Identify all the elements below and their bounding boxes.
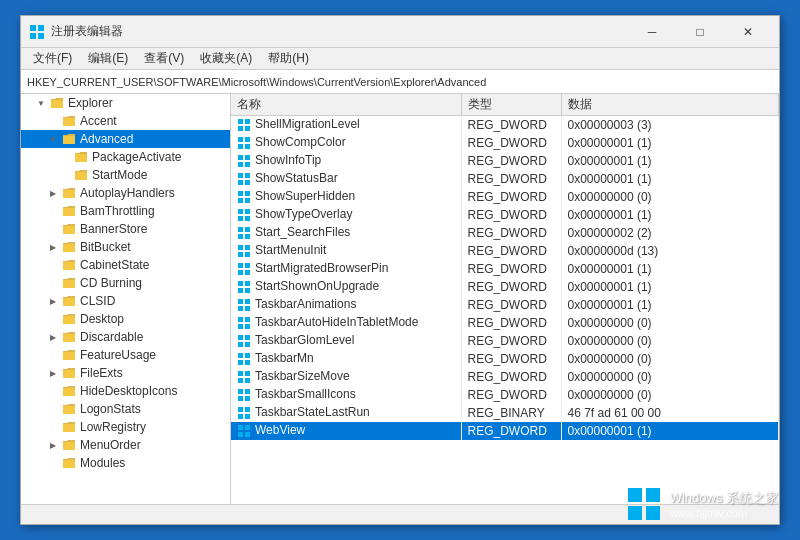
menu-item[interactable]: 帮助(H) [260, 48, 317, 69]
table-row[interactable]: StartMigratedBrowserPinREG_DWORD0x000000… [231, 260, 779, 278]
reg-dword-icon [237, 280, 251, 294]
tree-item-label: FileExts [80, 366, 123, 380]
tree-item-label: FeatureUsage [80, 348, 156, 362]
svg-rect-18 [63, 352, 75, 360]
table-row[interactable]: ShowSuperHiddenREG_DWORD0x00000000 (0) [231, 188, 779, 206]
svg-rect-61 [238, 281, 243, 286]
folder-icon [61, 203, 77, 219]
table-row[interactable]: StartShownOnUpgradeREG_DWORD0x00000001 (… [231, 278, 779, 296]
table-row[interactable]: TaskbarSmallIconsREG_DWORD0x00000000 (0) [231, 386, 779, 404]
cell-data: 0x00000000 (0) [561, 350, 779, 368]
expand-icon [45, 383, 61, 399]
expand-icon: ▶ [45, 365, 61, 381]
svg-rect-38 [245, 173, 250, 178]
menu-item[interactable]: 文件(F) [25, 48, 80, 69]
tree-item[interactable]: CabinetState [21, 256, 230, 274]
address-bar: HKEY_CURRENT_USER\SOFTWARE\Microsoft\Win… [21, 70, 779, 94]
col-type: 类型 [461, 94, 561, 116]
tree-item[interactable]: ▶AutoplayHandlers [21, 184, 230, 202]
tree-item[interactable]: LogonStats [21, 400, 230, 418]
svg-rect-0 [30, 25, 36, 31]
tree-item[interactable]: PackageActivate [21, 148, 230, 166]
table-row[interactable]: TaskbarAnimationsREG_DWORD0x00000001 (1) [231, 296, 779, 314]
cell-data: 0x00000001 (1) [561, 278, 779, 296]
tree-item[interactable]: ▼Advanced [21, 130, 230, 148]
watermark: Windows 系统之家 www.bjjmlv.com [626, 486, 778, 522]
tree-item[interactable]: Desktop [21, 310, 230, 328]
svg-rect-48 [245, 216, 250, 221]
tree-item-label: BamThrottling [80, 204, 155, 218]
expand-icon: ▶ [45, 329, 61, 345]
svg-rect-3 [38, 33, 44, 39]
menu-item[interactable]: 收藏夹(A) [192, 48, 260, 69]
tree-item-label: Accent [80, 114, 117, 128]
svg-rect-86 [245, 389, 250, 394]
svg-rect-14 [63, 280, 75, 288]
expand-icon [45, 455, 61, 471]
expand-icon [45, 113, 61, 129]
svg-rect-40 [245, 180, 250, 185]
expand-icon: ▶ [45, 239, 61, 255]
table-row[interactable]: ShowStatusBarREG_DWORD0x00000001 (1) [231, 170, 779, 188]
svg-rect-30 [245, 137, 250, 142]
svg-rect-8 [75, 172, 87, 180]
tree-item[interactable]: LowRegistry [21, 418, 230, 436]
svg-rect-87 [238, 396, 243, 401]
tree-item[interactable]: StartMode [21, 166, 230, 184]
menu-bar: 文件(F)编辑(E)查看(V)收藏夹(A)帮助(H) [21, 48, 779, 70]
reg-dword-icon [237, 172, 251, 186]
svg-rect-37 [238, 173, 243, 178]
tree-panel[interactable]: ▼ExplorerAccent▼AdvancedPackageActivateS… [21, 94, 231, 504]
tree-item[interactable]: ▶FileExts [21, 364, 230, 382]
tree-item[interactable]: ▶MenuOrder [21, 436, 230, 454]
close-button[interactable]: ✕ [725, 20, 771, 44]
table-row[interactable]: ShowCompColorREG_DWORD0x00000001 (1) [231, 134, 779, 152]
reg-dword-icon [237, 118, 251, 132]
table-row[interactable]: TaskbarGlomLevelREG_DWORD0x00000000 (0) [231, 332, 779, 350]
table-row[interactable]: ShowTypeOverlayREG_DWORD0x00000001 (1) [231, 206, 779, 224]
tree-item[interactable]: Accent [21, 112, 230, 130]
table-row[interactable]: TaskbarSizeMoveREG_DWORD0x00000000 (0) [231, 368, 779, 386]
table-row[interactable]: TaskbarStateLastRunREG_BINARY46 7f ad 61… [231, 404, 779, 422]
tree-item[interactable]: ▶Discardable [21, 328, 230, 346]
tree-item[interactable]: FeatureUsage [21, 346, 230, 364]
svg-rect-99 [628, 506, 642, 520]
table-row[interactable]: Start_SearchFilesREG_DWORD0x00000002 (2) [231, 224, 779, 242]
tree-item[interactable]: BannerStore [21, 220, 230, 238]
tree-item[interactable]: ▼Explorer [21, 94, 230, 112]
svg-rect-63 [238, 288, 243, 293]
svg-rect-41 [238, 191, 243, 196]
table-row[interactable]: ShowInfoTipREG_DWORD0x00000001 (1) [231, 152, 779, 170]
table-row[interactable]: WebViewREG_DWORD0x00000001 (1) [231, 422, 779, 440]
minimize-button[interactable]: ─ [629, 20, 675, 44]
table-row[interactable]: TaskbarAutoHideInTabletModeREG_DWORD0x00… [231, 314, 779, 332]
tree-item[interactable]: CD Burning [21, 274, 230, 292]
data-panel[interactable]: 名称 类型 数据 ShellMigrationLevelREG_DWORD0x0… [231, 94, 779, 504]
tree-item[interactable]: Modules [21, 454, 230, 472]
menu-item[interactable]: 查看(V) [136, 48, 192, 69]
tree-item[interactable]: BamThrottling [21, 202, 230, 220]
folder-icon [61, 365, 77, 381]
svg-rect-4 [51, 100, 63, 108]
tree-item[interactable]: ▶CLSID [21, 292, 230, 310]
table-row[interactable]: TaskbarMnREG_DWORD0x00000000 (0) [231, 350, 779, 368]
svg-rect-92 [245, 414, 250, 419]
svg-rect-62 [245, 281, 250, 286]
svg-rect-54 [245, 245, 250, 250]
svg-rect-2 [30, 33, 36, 39]
tree-item-label: CD Burning [80, 276, 142, 290]
table-row[interactable]: StartMenuInitREG_DWORD0x0000000d (13) [231, 242, 779, 260]
reg-dword-icon [237, 334, 251, 348]
svg-rect-64 [245, 288, 250, 293]
main-window: 注册表编辑器 ─ □ ✕ 文件(F)编辑(E)查看(V)收藏夹(A)帮助(H) … [20, 15, 780, 525]
tree-item[interactable]: HideDesktopIcons [21, 382, 230, 400]
tree-item[interactable]: ▶BitBucket [21, 238, 230, 256]
table-row[interactable]: ShellMigrationLevelREG_DWORD0x00000003 (… [231, 116, 779, 134]
svg-rect-42 [245, 191, 250, 196]
window-title: 注册表编辑器 [51, 23, 629, 40]
menu-item[interactable]: 编辑(E) [80, 48, 136, 69]
svg-rect-93 [238, 425, 243, 430]
maximize-button[interactable]: □ [677, 20, 723, 44]
svg-rect-10 [63, 208, 75, 216]
cell-data: 0x0000000d (13) [561, 242, 779, 260]
